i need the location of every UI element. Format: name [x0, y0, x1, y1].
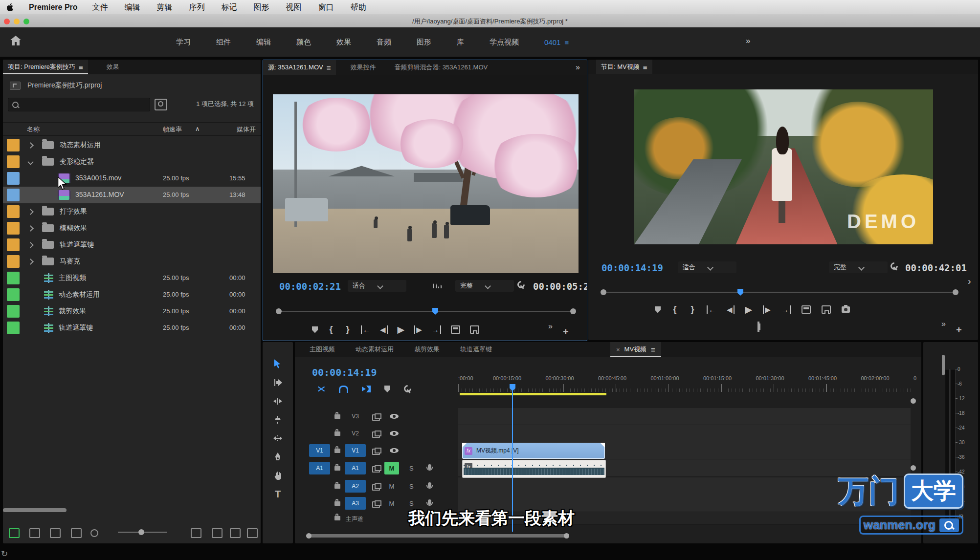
- project-row-打字效果[interactable]: 打字效果: [3, 203, 261, 220]
- zoom-knob-icon[interactable]: [90, 529, 98, 537]
- twirl-closed-icon[interactable]: [27, 142, 34, 149]
- lift-icon[interactable]: [802, 305, 811, 314]
- extract-icon[interactable]: [822, 305, 831, 314]
- selection-tool[interactable]: [271, 358, 284, 370]
- audio-track-header-A1[interactable]: A1A1MS: [295, 459, 456, 477]
- nested-sequence-icon[interactable]: [317, 385, 325, 393]
- label-color-swatch[interactable]: [7, 189, 20, 201]
- project-row-裁剪效果[interactable]: 裁剪效果25.00 fps00:00: [3, 303, 261, 320]
- add-button-icon[interactable]: +: [563, 326, 569, 338]
- timeline-ruler[interactable]: [458, 383, 913, 392]
- bin-up-icon[interactable]: [10, 82, 21, 90]
- zoom-handle-left[interactable]: [601, 289, 606, 295]
- workspace-tab-编辑[interactable]: 编辑: [256, 38, 271, 47]
- track-output-icon[interactable]: [372, 449, 380, 455]
- goto-in-icon[interactable]: ←: [707, 305, 716, 314]
- title-bar[interactable]: /用户/laoyang/桌面/桌面资料/Premiere案例技巧.prproj …: [0, 15, 980, 28]
- menu-帮助[interactable]: 帮助: [351, 2, 366, 13]
- new-bin-icon[interactable]: [230, 528, 241, 538]
- source-patch-video[interactable]: V1: [309, 444, 330, 457]
- program-scrubber[interactable]: [601, 292, 958, 293]
- toggle-track-output-eye-icon[interactable]: [390, 414, 399, 419]
- zoom-handle-right[interactable]: [570, 308, 576, 314]
- program-zoom-select[interactable]: 适合: [678, 261, 736, 273]
- project-row-主图视频[interactable]: 主图视频25.00 fps00:00: [3, 270, 261, 286]
- program-playhead[interactable]: [737, 289, 743, 296]
- toggle-track-output-eye-icon[interactable]: [390, 448, 399, 453]
- hand-tool[interactable]: [271, 469, 284, 482]
- transport-overflow-icon[interactable]: »: [548, 322, 553, 331]
- video-scroll-handle[interactable]: [911, 398, 916, 404]
- tab-source[interactable]: 源: 353A1261.MOV ≡: [263, 60, 336, 75]
- solo-button[interactable]: S: [409, 465, 414, 472]
- project-hscrollbar[interactable]: [3, 508, 67, 512]
- audio-track-header-A2[interactable]: A2MS: [295, 477, 456, 495]
- track-select-forward-tool[interactable]: [271, 376, 284, 389]
- menu-序列[interactable]: 序列: [189, 2, 205, 13]
- goto-out-icon[interactable]: →: [432, 325, 441, 334]
- timeline-tab-主图视频[interactable]: 主图视频: [310, 345, 335, 354]
- menu-视图[interactable]: 视图: [286, 2, 302, 13]
- track-target-A1[interactable]: A1: [345, 462, 366, 474]
- menu-剪辑[interactable]: 剪辑: [157, 2, 173, 13]
- source-current-time[interactable]: 00:00:02:21: [279, 281, 341, 292]
- label-color-swatch[interactable]: [7, 205, 20, 218]
- breadcrumb[interactable]: Premiere案例技巧.prproj: [10, 81, 102, 90]
- audio-scroll-handle[interactable]: [911, 465, 916, 471]
- lock-icon[interactable]: [334, 449, 340, 453]
- insert-icon[interactable]: [451, 325, 460, 334]
- icon-view-icon[interactable]: [50, 528, 61, 538]
- step-back-icon[interactable]: ◀: [380, 325, 388, 334]
- timeline-current-time[interactable]: 00:00:14:19: [312, 366, 377, 378]
- twirl-closed-icon[interactable]: [27, 225, 34, 232]
- mute-button[interactable]: M: [384, 480, 399, 493]
- project-row-353A1261.MOV[interactable]: 353A1261.MOV25.00 fps13:48: [3, 187, 261, 203]
- label-color-swatch[interactable]: [7, 222, 20, 235]
- video-track-header-V3[interactable]: V3: [295, 408, 456, 425]
- solo-button[interactable]: S: [409, 483, 414, 490]
- lock-icon[interactable]: [334, 466, 340, 471]
- mark-in-icon[interactable]: {: [328, 324, 334, 335]
- safe-margins-icon[interactable]: [757, 322, 759, 332]
- tab-active-sequence[interactable]: × MV视频 ≡: [610, 342, 661, 357]
- ripple-edit-tool[interactable]: [271, 395, 284, 408]
- program-video-viewer[interactable]: DEMO: [634, 89, 933, 244]
- timeline-tab-动态素材运用[interactable]: 动态素材运用: [356, 345, 394, 354]
- play-icon[interactable]: ▶: [398, 324, 405, 335]
- close-icon[interactable]: ×: [616, 346, 620, 353]
- track-output-icon[interactable]: [372, 414, 380, 421]
- project-writable-icon[interactable]: [9, 528, 20, 538]
- workspace-tab-学点视频[interactable]: 学点视频: [490, 38, 519, 47]
- tab-effects[interactable]: 效果: [102, 60, 124, 74]
- snap-magnet-icon[interactable]: [339, 386, 348, 393]
- toggle-track-output-eye-icon[interactable]: [390, 431, 399, 436]
- project-row-马赛克[interactable]: 马赛克: [3, 253, 261, 270]
- track-target-A2[interactable]: A2: [345, 480, 366, 493]
- lock-icon[interactable]: [334, 501, 340, 506]
- twirl-closed-icon[interactable]: [27, 209, 34, 215]
- menu-图形[interactable]: 图形: [254, 2, 269, 13]
- add-marker-icon[interactable]: [384, 386, 390, 392]
- audio-clip[interactable]: fx: [462, 460, 606, 478]
- panel-menu-icon[interactable]: ≡: [79, 63, 83, 71]
- tab-effect-controls[interactable]: 效果控件: [346, 60, 381, 75]
- panel-menu-icon[interactable]: ≡: [651, 345, 655, 354]
- workspace-tab-音频[interactable]: 音频: [377, 38, 391, 47]
- label-color-swatch[interactable]: [7, 172, 20, 185]
- label-color-swatch[interactable]: [7, 155, 20, 168]
- mark-out-icon[interactable]: }: [689, 304, 696, 315]
- video-track-lane-V3[interactable]: [458, 408, 911, 425]
- source-video-viewer[interactable]: [273, 94, 579, 273]
- play-icon[interactable]: ▶: [745, 304, 753, 315]
- mic-icon[interactable]: [428, 482, 431, 488]
- track-target-V2[interactable]: V2: [345, 427, 366, 440]
- type-tool[interactable]: T: [271, 488, 284, 500]
- step-forward-icon[interactable]: ▶: [414, 325, 422, 334]
- goto-out-icon[interactable]: →: [781, 305, 791, 314]
- mark-out-icon[interactable]: }: [344, 324, 351, 335]
- workspace-tab-效果[interactable]: 效果: [336, 38, 351, 47]
- add-marker-icon[interactable]: [312, 326, 318, 333]
- mute-button[interactable]: M: [384, 462, 399, 474]
- label-color-swatch[interactable]: [7, 255, 20, 268]
- solo-button[interactable]: S: [409, 500, 414, 507]
